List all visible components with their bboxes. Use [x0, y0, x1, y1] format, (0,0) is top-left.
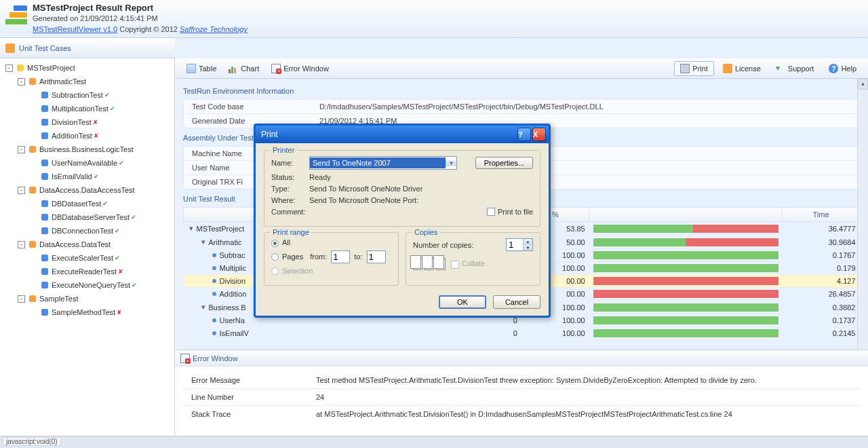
range-from-input[interactable]	[331, 250, 350, 263]
tree-toolbar: Unit Test Cases	[0, 38, 175, 58]
bullet-icon	[212, 318, 216, 322]
test-icon	[40, 253, 50, 263]
print-to-file-checkbox[interactable]: Print to file	[487, 208, 533, 216]
tree-panel[interactable]: -MSTestProject-ArithmaticTestSubtraction…	[0, 58, 175, 438]
range-pages-radio[interactable]: Pages	[271, 253, 303, 261]
copies-fieldset: Copies Number of copies: ▲▼ 123 Collate	[406, 232, 540, 286]
printer-name-select[interactable]: Send To OneNote 2007 ▼	[309, 156, 457, 170]
tree-toggle-icon[interactable]: -	[18, 295, 25, 303]
help-button[interactable]: ?Help	[823, 61, 863, 76]
dialog-title: Print	[261, 130, 516, 139]
pass-icon: ✔	[110, 102, 115, 115]
progress-bar	[593, 238, 778, 246]
tree-node[interactable]: MultiplicationTest✔	[0, 102, 174, 115]
table-tab[interactable]: Table	[180, 61, 222, 76]
tree-node[interactable]: -DataAccess.DataTest	[0, 238, 174, 251]
range-all-radio[interactable]: All	[271, 238, 290, 247]
spinner-up-icon[interactable]: ▲	[523, 239, 532, 245]
tree-toggle-icon[interactable]: -	[18, 187, 25, 194]
error-window-icon: ×	[180, 354, 190, 363]
collate-icon: 123	[413, 258, 446, 270]
expand-icon[interactable]: ▾	[200, 238, 207, 246]
main-toolbar: Table Chart ×Error Window Print License …	[175, 58, 868, 79]
pass-icon: ✔	[94, 170, 99, 183]
properties-button[interactable]: Properties...	[475, 157, 533, 169]
pass-icon: ✔	[131, 211, 136, 223]
license-button[interactable]: License	[717, 61, 767, 76]
tree-node[interactable]: UserNameAvailable✔	[0, 156, 174, 170]
chart-tab[interactable]: Chart	[222, 61, 265, 76]
test-icon	[40, 117, 50, 127]
tree-toggle-icon[interactable]: -	[18, 241, 25, 248]
tree-node[interactable]: -ArithmaticTest	[0, 75, 174, 88]
company-link[interactable]: Saffroze Technology	[180, 25, 248, 33]
tree-node[interactable]: DivisionTest✘	[0, 115, 174, 129]
dialog-help-button[interactable]: ?	[517, 128, 531, 141]
copies-spinner[interactable]: ▲▼	[506, 238, 533, 251]
bullet-icon	[212, 292, 216, 296]
expand-icon[interactable]: ▾	[200, 303, 207, 312]
env-section-title: TestRun Environment Information	[183, 87, 860, 95]
support-button[interactable]: ♥Support	[770, 61, 821, 76]
error-panel: × Error Window Error MessageTest method …	[175, 350, 868, 448]
table-row[interactable]: IsEmailV0100.000.2145	[184, 327, 860, 340]
col-time[interactable]: Time	[783, 208, 860, 222]
tree-node[interactable]: DBConnectionTest✔	[0, 224, 174, 238]
range-to-input[interactable]	[367, 250, 386, 263]
print-range-fieldset: Print range All Pages from: to: Selectio…	[264, 232, 399, 286]
fail-icon: ✘	[93, 116, 98, 128]
test-icon	[40, 90, 50, 100]
tree-toggle-icon[interactable]: -	[5, 64, 13, 72]
scroll-up-icon[interactable]: ▲	[858, 79, 868, 90]
test-icon	[40, 267, 50, 276]
tree-node[interactable]: IsEmailValid✔	[0, 170, 174, 183]
status-bar: javascript:void(0)	[0, 436, 868, 448]
tree-node[interactable]: ExecuteReaderTest✘	[0, 265, 174, 278]
progress-bar	[593, 329, 778, 337]
pass-icon: ✔	[132, 279, 137, 291]
ok-button[interactable]: OK	[439, 295, 486, 309]
close-icon: X	[533, 130, 545, 138]
tree-node[interactable]: -SampleTest	[0, 292, 174, 305]
tree-node[interactable]: -DataAccess.DataAccessTest	[0, 183, 174, 197]
class-icon	[28, 185, 37, 195]
bullet-icon	[212, 253, 216, 257]
app-header: MSTestProject Result Report Generated on…	[0, 0, 868, 38]
tree-node[interactable]: -MSTestProject	[0, 61, 174, 75]
chart-icon	[229, 64, 238, 73]
tree-node[interactable]: ExecuteNoneQueryTest✔	[0, 278, 174, 292]
fail-icon: ✘	[118, 265, 123, 278]
expand-icon[interactable]: ▾	[188, 224, 195, 233]
dialog-titlebar[interactable]: Print ? X	[256, 126, 549, 143]
range-selection-radio: Selection	[271, 267, 313, 276]
tree-node[interactable]: DBDatasetTest✔	[0, 197, 174, 210]
tree-node[interactable]: DBDatabaseServerTest✔	[0, 210, 174, 224]
class-icon	[28, 77, 37, 86]
cancel-button[interactable]: Cancel	[493, 295, 540, 309]
chevron-down-icon[interactable]: ▼	[446, 160, 456, 166]
tree-toggle-icon[interactable]: -	[18, 146, 25, 153]
fail-icon: ✘	[94, 130, 99, 142]
print-icon	[680, 64, 690, 73]
spinner-down-icon[interactable]: ▼	[523, 245, 532, 251]
pass-icon: ✔	[115, 252, 120, 264]
bullet-icon	[212, 279, 216, 283]
tree-node[interactable]: SubtractionTest✔	[0, 88, 174, 102]
class-icon	[28, 240, 37, 249]
test-icon	[40, 226, 50, 236]
printer-fieldset: Printer Name: Send To OneNote 2007 ▼ Pro…	[264, 150, 540, 227]
tree-node[interactable]: AdditionTest✘	[0, 129, 174, 143]
tree-node[interactable]: -Business.BusinessLogicTest	[0, 143, 174, 156]
print-button[interactable]: Print	[674, 61, 714, 76]
dialog-close-button[interactable]: X	[532, 128, 546, 141]
error-window-icon: ×	[271, 64, 281, 73]
viewer-link[interactable]: MSTestResultViewer v1.0	[33, 25, 117, 33]
bullet-icon	[212, 331, 216, 335]
test-icon	[40, 199, 50, 208]
tree-node[interactable]: SampleMethodTest✘	[0, 305, 174, 319]
tree-toggle-icon[interactable]: -	[18, 78, 25, 86]
pass-icon: ✔	[115, 225, 120, 237]
tree-node[interactable]: ExecuteScalerTest✔	[0, 251, 174, 265]
error-window-tab[interactable]: ×Error Window	[265, 61, 335, 76]
help-icon: ?	[829, 64, 838, 73]
